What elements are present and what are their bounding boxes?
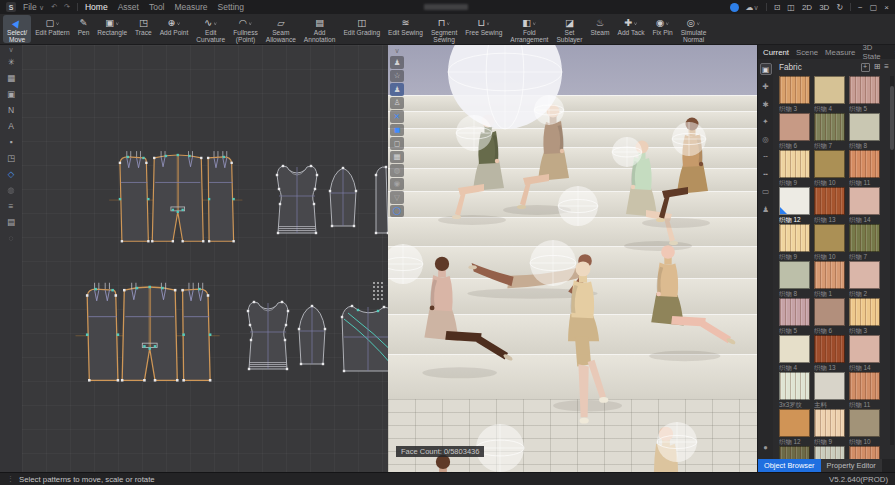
collapse-chevron-icon[interactable]: ∨ [390,47,404,55]
tool-segment-sewing[interactable]: ⊓∨Segment Sewing [427,15,461,43]
tool-edit-curvature[interactable]: ∿∨Edit Curvature [192,15,229,43]
tool-free-sewing[interactable]: ⊔∨Free Sewing [461,15,506,43]
tool-fix-pin[interactable]: ◉∨Fix Pin [649,15,677,43]
close-button[interactable]: × [884,3,889,12]
swatch-thumbnail[interactable] [814,409,845,437]
bottom-tab-property-editor[interactable]: Property Editor [821,459,882,472]
fabric-swatch[interactable]: 织物 9 [779,224,810,261]
layers-icon[interactable]: ≡ [4,199,19,213]
fabric-swatch[interactable]: 织物 7 [849,224,880,261]
swatch-thumbnail[interactable] [814,335,845,363]
swatch-thumbnail[interactable] [779,372,810,400]
avatar-stand-icon[interactable]: ♙ [390,97,404,110]
fabric-swatch[interactable]: 织物 10 [814,150,845,187]
text-annotation-icon[interactable]: A [4,119,19,133]
swatch-thumbnail[interactable] [814,150,845,178]
maximize-button[interactable]: ▢ [870,3,878,12]
fabric-swatch[interactable]: 织物 11 [849,150,880,187]
attach-icon[interactable]: ✦ [760,116,772,128]
swatch-thumbnail[interactable] [849,113,880,141]
dropdown-caret-icon[interactable]: ∨ [446,20,450,25]
tool-edit-sewing[interactable]: ≋Edit Sewing [384,15,427,43]
fabric-swatch[interactable]: 织物 1 [814,261,845,298]
swatch-thumbnail[interactable] [849,224,880,252]
fabric-swatch[interactable]: 织物 4 [814,76,845,113]
fabric-swatch[interactable]: 织物 9 [814,409,845,446]
cloud-sync-icon[interactable]: ☁∨ [746,3,759,12]
swatch-thumbnail[interactable] [779,187,810,215]
swatch-thumbnail[interactable] [849,76,880,104]
user-avatar[interactable] [730,3,739,12]
swatch-thumbnail[interactable] [849,446,880,459]
shape-icon[interactable]: ◌ [4,231,19,245]
viewport-3d[interactable]: ∨ ♟☆♟♙✕◼◻▦◍◉▽◯ Face Count: 0/5803436 [388,45,757,472]
reset-view-icon[interactable]: ↻ [836,3,843,12]
add-fabric-button[interactable]: + [861,63,870,72]
swatch-thumbnail[interactable] [779,446,810,459]
fabric-swatch[interactable]: 织物 3 [779,76,810,113]
tool-seam-allowance[interactable]: ▱Seam Allowance [262,15,300,43]
plane-icon[interactable]: ◻ [390,137,404,150]
panel-tab-current[interactable]: Current [763,48,789,57]
fabric-swatch[interactable]: 织物 13 [814,187,845,224]
tool-edit-pattern[interactable]: ▢∨Edit Pattern [31,15,73,43]
fabric-swatch[interactable]: 织物 10 [849,409,880,446]
panel-tab-measure[interactable]: Measure [825,48,855,57]
tool-fullness-point[interactable]: ◠∨Fullness (Point) [229,15,262,43]
fabric-swatch[interactable]: 织物 14 [849,187,880,224]
dropdown-caret-icon[interactable]: ∨ [486,20,490,25]
shirt-icon[interactable]: ▽ [390,191,404,204]
light-icon[interactable]: ◎ [760,133,772,145]
cad-icon[interactable]: ▭ [760,186,772,198]
dash-icon[interactable]: ╌ [760,151,772,163]
fabric-swatch[interactable]: 织物 2 [849,261,880,298]
swatch-thumbnail[interactable] [814,261,845,289]
fabric-swatch[interactable]: 织物 8 [849,113,880,150]
swatch-thumbnail[interactable] [779,113,810,141]
view-3d-button[interactable]: 3D [819,3,829,12]
panel-tab-scene[interactable]: Scene [796,48,818,57]
dark-square-icon[interactable]: ▪ [4,135,19,149]
swatch-thumbnail[interactable] [779,298,810,326]
pose-icon[interactable]: ☆ [390,70,404,83]
pin-icon[interactable]: ◉ [390,178,404,191]
fabric-swatch[interactable]: 织物 10 [814,224,845,261]
tool-add-point[interactable]: ⊕∨Add Point [156,15,193,43]
show-avatar-icon[interactable]: ♟ [390,83,404,96]
sphere-icon[interactable]: ◍ [390,164,404,177]
tool-edit-grading[interactable]: ◫Edit Grading [339,15,384,43]
fabric-icon[interactable]: ▣ [760,63,772,75]
menu-measure[interactable]: Measure [175,2,208,12]
ring-icon[interactable]: ◯ [390,205,404,218]
swatch-thumbnail[interactable] [814,224,845,252]
pattern-tools-icon[interactable]: ✳ [4,55,19,69]
show-garment-icon[interactable]: ◼ [390,124,404,137]
tool-select-move[interactable]: ▶Select/ Move [3,15,31,43]
show-3d-icon[interactable]: ◇ [4,167,19,181]
tool-add-annotation[interactable]: ▤Add Annotation [300,15,340,43]
notch-icon[interactable]: N [4,103,19,117]
swatch-thumbnail[interactable] [849,150,880,178]
swatch-thumbnail[interactable] [814,372,845,400]
fabric-swatch[interactable]: 织物 5 [779,298,810,335]
fabric-swatch[interactable]: 3x3罗纹 [779,372,810,409]
tool-pen[interactable]: ✎Pen [74,15,94,43]
swatch-thumbnail[interactable] [814,187,845,215]
fabric-swatch[interactable]: 织物 8 [779,261,810,298]
fabric-swatch[interactable]: 织物 7 [814,113,845,150]
grid-icon[interactable]: ▦ [4,71,19,85]
scrollbar-thumb[interactable] [890,86,894,150]
fabric-swatch[interactable] [849,446,880,459]
page-icon[interactable]: ▤ [4,215,19,229]
layout-icon[interactable]: ⊡ [774,3,781,12]
fabric-swatch[interactable]: 织物 12 [779,187,810,224]
fabric-swatch[interactable]: 织物 12 [779,409,810,446]
fabric-swatch[interactable] [814,446,845,459]
dropdown-caret-icon[interactable]: ∨ [55,20,59,25]
menu-home[interactable]: Home [85,2,108,12]
tool-fold-arrangement[interactable]: ◧∨Fold Arrangement [506,15,552,43]
swatch-thumbnail[interactable] [849,298,880,326]
tool-trace[interactable]: ◳Trace [131,15,156,43]
tool-simulate-normal[interactable]: ◎∨Simulate Normal [677,15,711,43]
swatch-thumbnail[interactable] [849,372,880,400]
